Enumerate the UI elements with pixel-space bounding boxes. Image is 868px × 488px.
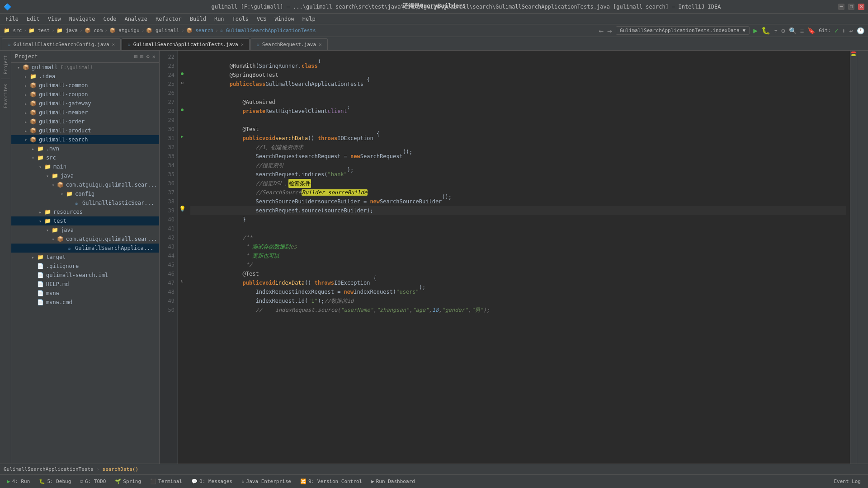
run-config-selector[interactable]: GulimallSearchApplicationTests.indexData…: [616, 26, 750, 35]
sidebar-icon-close[interactable]: ✕: [152, 53, 156, 60]
menu-build[interactable]: Build: [186, 15, 210, 23]
menu-edit[interactable]: Edit: [23, 15, 43, 23]
tree-search-app-tests[interactable]: ▸ ☕ GulimallSearchApplica...: [11, 244, 159, 253]
code-line-32: //1、创建检索请求: [190, 143, 846, 152]
debug-tab[interactable]: 🐛 5: Debug: [35, 478, 75, 485]
menu-code[interactable]: Code: [100, 15, 120, 23]
sidebar-icon-collapse[interactable]: ⊟: [140, 53, 143, 60]
breadcrumb-atguigu[interactable]: 📦 atguigu: [109, 28, 140, 33]
tree-coupon[interactable]: ▸ 📦 gulimall-coupon: [11, 90, 159, 99]
tree-src[interactable]: ▾ 📁 src: [11, 153, 159, 162]
menu-vcs[interactable]: VCS: [253, 15, 270, 23]
code-line-36: //指定DSL，检索条件: [190, 179, 846, 188]
tree-search[interactable]: ▾ 📦 gulimall-search: [11, 135, 159, 144]
tree-iml[interactable]: ▸ 📄 gulimall-search.iml: [11, 271, 159, 280]
debug-button[interactable]: 🐛: [761, 26, 770, 35]
window-controls[interactable]: ─ □ ✕: [838, 4, 864, 10]
tree-package-main[interactable]: ▾ 📦 com.atguigu.gulimall.sear...: [11, 180, 159, 189]
breadcrumb-search[interactable]: 📦 search: [186, 28, 213, 33]
tree-mvn[interactable]: ▸ 📁 .mvn: [11, 144, 159, 153]
tree-idea-label: .idea: [39, 73, 55, 80]
bookmark-icon[interactable]: 🔖: [807, 27, 815, 34]
tree-test[interactable]: ▾ 📁 test: [11, 216, 159, 225]
project-tab[interactable]: Project: [2, 52, 9, 77]
messages-tab[interactable]: 💬 0: Messages: [188, 478, 236, 485]
breadcrumb-class[interactable]: ☕ GulimallSearchApplicationTests: [220, 28, 316, 33]
folder-icon-src: 📁: [37, 154, 44, 161]
tree-product[interactable]: ▸ 📦 gulimall-product: [11, 126, 159, 135]
menu-file[interactable]: File: [2, 15, 22, 23]
breadcrumb-src[interactable]: 📁 src: [4, 28, 22, 33]
tab-close-request[interactable]: ×: [319, 42, 322, 47]
tree-member[interactable]: ▸ 📦 gulimall-member: [11, 108, 159, 117]
code-editor[interactable]: @RunWith(SpringRunner.class) @SpringBoot…: [187, 51, 850, 464]
breadcrumb-java[interactable]: 📁 java: [57, 28, 78, 33]
version-control-tab[interactable]: 🔀 9: Version Control: [297, 478, 366, 485]
todo-tab[interactable]: ☑ 6: TODO: [76, 478, 109, 485]
menu-run[interactable]: Run: [211, 15, 228, 23]
tab-search-tests[interactable]: ☕ GulimallSearchApplicationTests.java ×: [122, 38, 250, 50]
code-line-43: * 测试存储数据到es: [190, 242, 846, 251]
run-tab[interactable]: ▶ 4: Run: [4, 478, 33, 485]
module-icon-member: 📦: [29, 109, 37, 116]
menu-window[interactable]: Window: [271, 15, 297, 23]
breadcrumb-test[interactable]: 📁 test: [28, 28, 50, 33]
tree-target[interactable]: ▸ 📁 target: [11, 253, 159, 262]
tree-java-main[interactable]: ▾ 📁 java: [11, 171, 159, 180]
tab-close-elastic[interactable]: ×: [112, 42, 115, 47]
coverage-button[interactable]: ☂: [774, 27, 778, 34]
breadcrumb-com[interactable]: 📦 com: [85, 28, 103, 33]
menu-view[interactable]: View: [44, 15, 65, 23]
menu-help[interactable]: Help: [299, 15, 319, 23]
forward-icon[interactable]: →: [607, 26, 612, 35]
code-line-40: }: [190, 215, 846, 224]
menu-refactor[interactable]: Refactor: [152, 15, 185, 23]
menu-tools[interactable]: Tools: [229, 15, 252, 23]
search-icon[interactable]: 🔍: [789, 27, 797, 34]
tab-close-tests[interactable]: ×: [241, 42, 244, 47]
tree-mvnw-cmd[interactable]: ▸ 📄 mvnw.cmd: [11, 298, 159, 307]
tab-elastic-config[interactable]: ☕ GulimallElasticSearchConfig.java ×: [2, 38, 121, 50]
tree-mvnw[interactable]: ▸ 📄 mvnw: [11, 289, 159, 298]
git-history-icon[interactable]: 🕐: [857, 27, 864, 34]
code-line-24: @SpringBootTest: [190, 70, 846, 80]
tree-idea[interactable]: ▸ 📁 .idea: [11, 72, 159, 81]
tree-elastic-config[interactable]: ▸ ☕ GulimallElasticSear...: [11, 198, 159, 207]
event-log-tab[interactable]: Event Log: [830, 478, 864, 485]
tree-order[interactable]: ▸ 📦 gulimall-order: [11, 117, 159, 126]
menu-navigate[interactable]: Navigate: [66, 15, 99, 23]
tree-config[interactable]: ▾ 📁 config: [11, 189, 159, 198]
git-commit-icon[interactable]: ✓: [835, 27, 838, 34]
sidebar-icon-settings[interactable]: ⚙: [146, 53, 150, 60]
class-icon-elastic: ☕: [73, 199, 80, 206]
tree-gateway[interactable]: ▸ 📦 gulimall-gateway: [11, 99, 159, 108]
spring-tab[interactable]: 🌱 Spring: [111, 478, 145, 485]
tree-help[interactable]: ▸ 📄 HELP.md: [11, 280, 159, 289]
structure-icon[interactable]: ≡: [800, 27, 804, 34]
sidebar-icon-expand[interactable]: ⊞: [134, 53, 137, 60]
code-line-41: [190, 224, 846, 233]
minimize-button[interactable]: ─: [838, 4, 844, 10]
tree-root[interactable]: ▾ 📦 gulimall F:\gulimall: [11, 63, 159, 72]
tree-resources[interactable]: ▸ 📁 resources: [11, 207, 159, 216]
run-button[interactable]: ▶: [753, 26, 758, 35]
back-icon[interactable]: ←: [599, 26, 604, 35]
favorites-tab[interactable]: Favorites: [2, 81, 9, 111]
tree-main[interactable]: ▾ 📁 main: [11, 162, 159, 171]
run-dashboard-tab[interactable]: ▶ Run Dashboard: [368, 478, 419, 485]
maximize-button[interactable]: □: [848, 4, 854, 10]
tree-root-path: F:\gulimall: [61, 65, 94, 70]
java-enterprise-tab[interactable]: ☕ Java Enterprise: [238, 478, 295, 485]
git-pull-icon[interactable]: ↩: [849, 27, 853, 34]
terminal-tab[interactable]: ⬛ Terminal: [146, 478, 186, 485]
tree-java-test[interactable]: ▾ 📁 java: [11, 225, 159, 235]
tree-common[interactable]: ▸ 📦 gulimall-common: [11, 81, 159, 90]
tree-gitignore[interactable]: ▸ 📄 .gitignore: [11, 262, 159, 271]
tab-search-request[interactable]: ☕ SearchRequest.java ×: [250, 38, 327, 50]
close-button[interactable]: ✕: [858, 4, 864, 10]
git-push-icon[interactable]: ⬆: [842, 27, 845, 34]
menu-analyze[interactable]: Analyze: [121, 15, 151, 23]
settings-icon[interactable]: ⚙: [781, 27, 785, 34]
breadcrumb-gulimall[interactable]: 📦 gulimall: [146, 28, 179, 33]
tree-package-test[interactable]: ▾ 📦 com.atguigu.gulimall.sear...: [11, 235, 159, 244]
